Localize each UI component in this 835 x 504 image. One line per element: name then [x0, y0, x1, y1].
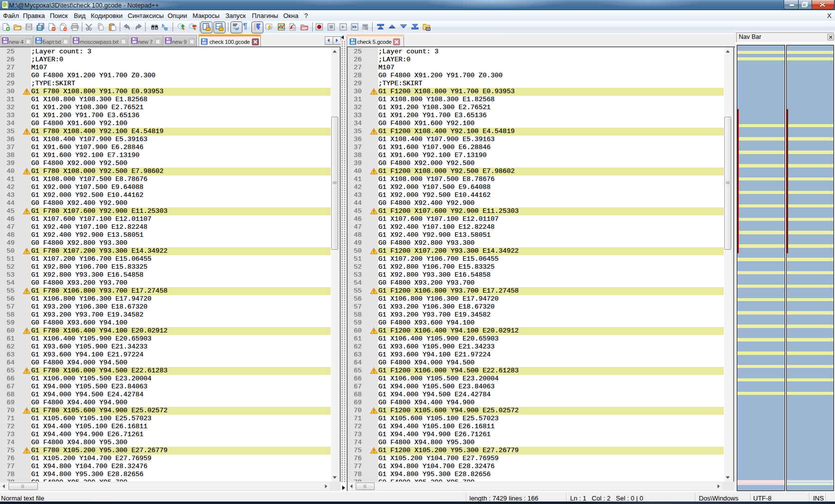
svg-text:D: D [292, 26, 295, 30]
